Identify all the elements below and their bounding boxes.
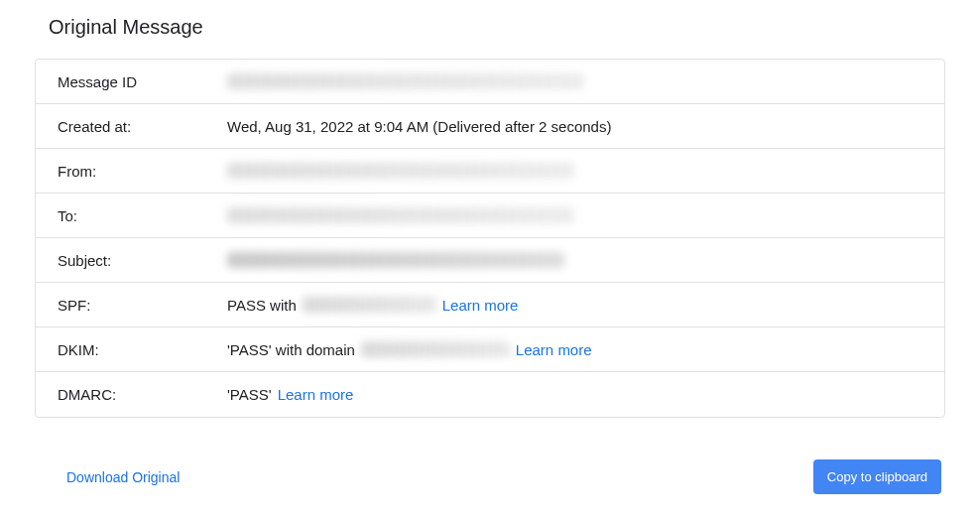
value-message-id (227, 62, 944, 101)
copy-to-clipboard-button[interactable]: Copy to clipboard (813, 459, 941, 494)
label-subject: Subject: (36, 240, 227, 281)
dmarc-value: 'PASS' (227, 386, 272, 403)
dkim-prefix: 'PASS' with domain (227, 341, 355, 358)
dkim-learn-more-link[interactable]: Learn more (516, 341, 592, 358)
value-spf: PASS with Learn more (227, 285, 944, 325)
dmarc-learn-more-link[interactable]: Learn more (278, 386, 354, 403)
row-dkim: DKIM: 'PASS' with domain Learn more (36, 327, 944, 372)
row-dmarc: DMARC: 'PASS' Learn more (36, 372, 944, 417)
label-created-at: Created at: (36, 106, 227, 147)
label-message-id: Message ID (36, 62, 227, 102)
label-from: From: (36, 151, 227, 192)
label-to: To: (36, 195, 227, 236)
label-dmarc: DMARC: (36, 374, 227, 415)
message-details-table: Message ID Created at: Wed, Aug 31, 2022… (35, 59, 945, 418)
footer-actions: Download Original Copy to clipboard (35, 459, 945, 494)
redacted-subject (227, 252, 564, 268)
value-from (227, 151, 944, 191)
redacted-message-id (227, 73, 584, 89)
page-title: Original Message (49, 16, 945, 39)
redacted-to (227, 207, 574, 223)
redacted-dkim-domain (361, 341, 510, 357)
value-subject (227, 240, 944, 280)
spf-prefix: PASS with (227, 297, 297, 314)
value-dkim: 'PASS' with domain Learn more (227, 329, 944, 370)
spf-learn-more-link[interactable]: Learn more (442, 297, 519, 314)
label-dkim: DKIM: (36, 329, 227, 370)
value-created-at: Wed, Aug 31, 2022 at 9:04 AM (Delivered … (227, 106, 944, 147)
row-subject: Subject: (36, 238, 944, 283)
download-original-link[interactable]: Download Original (66, 469, 180, 485)
redacted-from (227, 163, 574, 179)
row-from: From: (36, 149, 944, 194)
value-to (227, 195, 944, 235)
value-dmarc: 'PASS' Learn more (227, 374, 944, 415)
row-spf: SPF: PASS with Learn more (36, 283, 944, 327)
row-created-at: Created at: Wed, Aug 31, 2022 at 9:04 AM… (36, 104, 944, 149)
label-spf: SPF: (36, 285, 227, 325)
row-message-id: Message ID (36, 60, 944, 104)
redacted-spf-ip (303, 297, 436, 313)
row-to: To: (36, 194, 944, 238)
